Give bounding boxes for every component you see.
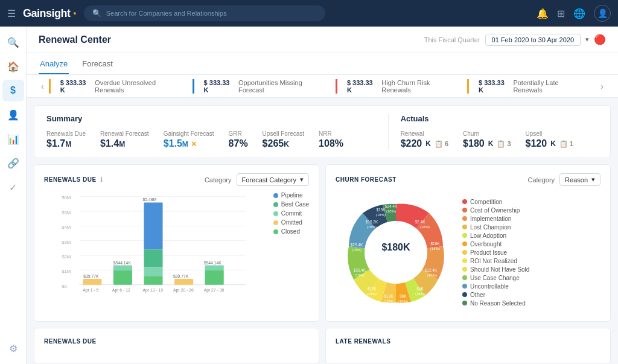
sidebar-item-search[interactable]: 🔍 [2,31,24,53]
legend-lost-champion: Lost Champion [462,224,529,231]
reason-dropdown[interactable]: Reason ▾ [559,173,600,186]
svg-text:(18%): (18%) [367,292,377,296]
svg-text:$12K: $12K [384,294,393,298]
svg-text:$2M: $2M [62,254,71,260]
renewals-due-title: RENEWALS DUE [44,338,97,345]
metric-value-gainsight-forecast: $1.5M ✕ [164,138,214,149]
svg-rect-31 [205,266,224,270]
sidebar-item-settings[interactable]: ⚙ [2,337,24,359]
svg-text:$544.14K: $544.14K [113,261,132,265]
actuals-section: Actuals Renewal $220K 📋 6 Churn $180K 📋 … [401,114,598,149]
legend-cost-ownership: Cost of Ownership [462,207,529,214]
top-nav: ☰ Gainsight· 🔍 Search for Companies and … [0,0,618,27]
date-range: This Fiscal Quarter 01 Feb 2020 to 30 Ap… [424,34,606,46]
page-header: Renewal Center This Fiscal Quarter 01 Fe… [27,27,618,53]
svg-rect-18 [113,266,132,270]
sidebar-item-analytics[interactable]: 📊 [2,128,24,150]
summary-metrics: Renewals Due $1.7M Renewal Forecast $1.4… [46,130,376,149]
should-not-sold-dot [462,267,467,272]
metric-value-nrr: 108% [319,138,343,149]
banner-label-3: Potentially Late Renewals [513,79,586,94]
other-dot [462,292,467,297]
svg-text:$39.77K: $39.77K [173,274,189,278]
tab-analyze[interactable]: Analyze [39,54,69,74]
sidebar-item-network[interactable]: 🔗 [2,152,24,174]
banner-label-1: Opportunities Missing Forecast [238,79,326,94]
metric-renewals-due: Renewals Due $1.7M [46,130,86,149]
summary-section: Summary Renewals Due $1.7M Renewal Forec… [46,114,376,149]
sidebar-item-home[interactable]: 🏠 [2,56,24,77]
omitted-label: Omitted [281,219,302,226]
banner-prev-icon[interactable]: ‹ [36,81,49,91]
search-bar[interactable]: 🔍 Search for Companies and Relationships [84,5,325,21]
svg-text:$4K: $4K [416,287,424,291]
metric-churn-actual: Churn $180K 📋 3 [463,130,511,149]
grid-icon[interactable]: ⊞ [557,8,565,19]
main-body: Summary Renewals Due $1.7M Renewal Forec… [27,98,618,364]
cost-ownership-dot [462,208,467,212]
metric-label-upsell-forecast: Upsell Forecast [263,130,304,137]
bell-icon[interactable]: 🔔 [537,8,549,19]
bar-chart: $6M $5M $4M $3M $2M $1M $0 [44,192,265,302]
svg-point-34 [365,221,427,284]
omitted-dot [273,220,278,225]
filter-icon[interactable]: 🔴 [594,34,606,45]
metric-label-nrr: NRR [319,130,343,137]
no-reason-dot [462,301,467,305]
metric-value-renewal-forecast: $1.4M [100,138,149,149]
donut-chart-card: CHURN FORECAST Category Reason ▾ [325,164,611,322]
date-label: This Fiscal Quarter [424,36,480,43]
sidebar-item-dollar[interactable]: $ [2,80,24,101]
metric-renewal-forecast: Renewal Forecast $1.4M [100,130,149,149]
legend-omitted: Omitted [273,219,309,226]
svg-text:$32.4K: $32.4K [354,268,366,272]
legend-low-adoption: Low Adoption [462,232,529,239]
svg-text:$12.4K: $12.4K [425,268,438,272]
search-placeholder: Search for Companies and Relationships [106,10,227,17]
metric-gainsight-forecast: Gainsight Forecast $1.5M ✕ [164,130,214,149]
banner-label-2: High Churn Risk Renewals [381,79,457,94]
metric-label-renewals-due: Renewals Due [46,130,86,137]
summary-divider [388,114,389,149]
svg-text:$12K: $12K [367,287,377,291]
legend-competition: Competition [462,199,529,205]
donut-chart-header: CHURN FORECAST Category Reason ▾ [336,173,600,186]
legend-best-case: Best Case [273,201,309,208]
pipeline-dot [273,193,278,198]
search-icon: 🔍 [92,9,101,18]
sidebar-item-tasks[interactable]: ✓ [2,176,24,198]
svg-rect-21 [144,203,162,250]
svg-text:$15K: $15K [376,208,386,212]
svg-text:(18%): (18%) [355,273,365,277]
svg-text:$544.14K: $544.14K [204,261,222,265]
category-label: Category [205,176,232,184]
best-case-dot [273,202,278,207]
banner-next-icon[interactable]: › [596,81,608,91]
summary-inner: Summary Renewals Due $1.7M Renewal Forec… [46,114,598,149]
hamburger-icon[interactable]: ☰ [7,8,16,19]
metric-label-renewal-actual: Renewal [401,130,448,137]
date-range-value[interactable]: 01 Feb 2020 to 30 Apr 2020 [485,34,581,46]
banner-items: $ 333.33 K Overdue Unresolved Renewals $… [49,79,596,94]
avatar[interactable]: 👤 [594,5,611,22]
svg-text:$24.4K: $24.4K [385,204,398,208]
svg-text:(18%): (18%) [376,213,386,217]
svg-rect-14 [83,279,101,285]
banner-amount-1: $ 333.33 K [204,79,235,94]
uncontrollable-dot [462,284,467,289]
tab-forecast[interactable]: Forecast [81,54,114,74]
banner-item-0: $ 333.33 K Overdue Unresolved Renewals [49,79,193,94]
donut-legend: Competition Cost of Ownership Implementa… [462,199,529,307]
svg-text:$5.48M: $5.48M [142,197,156,202]
svg-text:Apr 13 - 19: Apr 13 - 19 [142,288,163,293]
lost-champion-dot [462,225,467,229]
svg-text:$3M: $3M [62,240,71,245]
alert-banner: ‹ $ 333.33 K Overdue Unresolved Renewals… [27,75,618,98]
metric-value-grr: 87% [229,138,248,149]
sidebar-item-contacts[interactable]: 👤 [2,104,24,126]
metric-label-upsell-actual: Upsell [526,130,573,137]
globe-icon[interactable]: 🌐 [573,8,585,19]
forecast-category-dropdown[interactable]: Forecast Category ▾ [237,173,309,186]
info-icon: ℹ [100,176,103,184]
legend-uncontrollable: Uncontrollable [462,283,529,290]
